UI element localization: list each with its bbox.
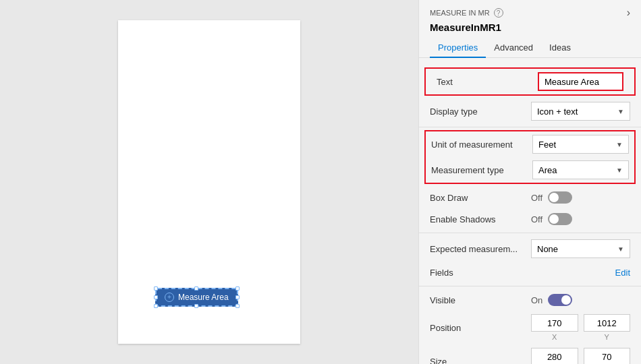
visible-value: On — [531, 294, 630, 306]
divider-3 — [419, 286, 641, 286]
handle-ml[interactable] — [154, 295, 158, 299]
box-draw-value: Off — [531, 191, 630, 204]
unit-row: Unit of measurement Feet ▼ — [426, 131, 634, 157]
visible-label: Visible — [430, 295, 531, 305]
toggle-knob-2 — [549, 214, 559, 224]
help-icon[interactable]: ? — [494, 8, 503, 18]
visible-toggle[interactable] — [548, 294, 572, 306]
size-values: Width Height — [531, 348, 630, 364]
enable-shadows-state: Off — [531, 214, 542, 224]
chevron-down-icon-unit: ▼ — [616, 141, 623, 148]
unit-text: Feet — [538, 140, 556, 150]
toggle-knob-3 — [561, 295, 571, 305]
handle-bm[interactable] — [194, 304, 198, 308]
panel-body: Text Measure Area Display type Icon + te… — [419, 58, 641, 364]
box-draw-toggle-container: Off — [531, 191, 572, 204]
unit-label: Unit of measurement — [431, 140, 532, 150]
fields-edit-link[interactable]: Edit — [615, 268, 630, 278]
position-label: Position — [430, 323, 531, 333]
measurement-type-dropdown[interactable]: Area ▼ — [532, 160, 629, 179]
size-row: Size Width Height — [419, 344, 641, 364]
text-field-highlighted: Text Measure Area — [424, 67, 636, 96]
display-type-value: Icon + text ▼ — [531, 102, 630, 121]
visible-row: Visible On — [419, 289, 641, 311]
visible-state: On — [531, 295, 542, 305]
position-y-field: Y — [584, 314, 631, 341]
expected-measurement-dropdown[interactable]: None ▼ — [531, 239, 630, 258]
box-draw-toggle[interactable] — [548, 191, 572, 204]
box-draw-state: Off — [531, 193, 542, 203]
text-label: Text — [437, 77, 538, 87]
measurement-type-label: Measurement type — [431, 165, 532, 175]
app-title-text: MEASURE IN MR — [430, 9, 490, 17]
panel-tabs: Properties Advanced Ideas — [430, 38, 630, 57]
handle-mr[interactable] — [235, 295, 240, 299]
display-type-row: Display type Icon + text ▼ — [419, 98, 641, 124]
chevron-down-icon: ▼ — [617, 108, 624, 115]
enable-shadows-row: Enable Shadows Off — [419, 208, 641, 230]
tab-properties[interactable]: Properties — [430, 38, 486, 58]
box-draw-row: Box Draw Off — [419, 187, 641, 208]
handle-tm[interactable] — [194, 286, 198, 291]
position-row: Position X Y — [419, 311, 641, 344]
display-type-label: Display type — [430, 107, 531, 117]
fields-label: Fields — [430, 268, 531, 278]
position-x-label: X — [531, 333, 578, 341]
position-x-field: X — [531, 314, 578, 341]
chevron-right-icon[interactable]: › — [627, 7, 630, 19]
divider-2 — [419, 233, 641, 233]
fields-row: Fields Edit — [419, 262, 641, 283]
handle-tl[interactable] — [154, 286, 158, 291]
measurement-type-value: Area ▼ — [532, 160, 629, 179]
expected-measurement-value: None ▼ — [531, 239, 630, 258]
divider-1 — [419, 127, 641, 127]
tab-advanced[interactable]: Advanced — [486, 38, 541, 58]
measure-area-button[interactable]: Measure Area — [155, 288, 238, 307]
text-value: Measure Area — [545, 77, 599, 87]
panel-header: MEASURE IN MR ? › MeasureInMR1 Propertie… — [419, 0, 641, 58]
position-x-input[interactable] — [531, 314, 578, 332]
position-y-label: Y — [584, 333, 631, 341]
expected-measurement-label: Expected measurem... — [430, 244, 531, 254]
position-values: X Y — [531, 314, 630, 341]
component-name: MeasureInMR1 — [430, 22, 630, 33]
panel-top-row: MEASURE IN MR ? › — [430, 7, 630, 19]
canvas-area: Measure Area — [0, 0, 418, 364]
display-type-text: Icon + text — [537, 107, 578, 117]
unit-value: Feet ▼ — [532, 135, 629, 154]
enable-shadows-toggle[interactable] — [548, 213, 572, 225]
position-y-input[interactable] — [584, 314, 631, 332]
measurement-type-text: Area — [538, 165, 557, 175]
measure-icon — [165, 293, 174, 302]
enable-shadows-label: Enable Shadows — [430, 214, 531, 224]
toggle-knob — [549, 193, 559, 202]
size-height-input[interactable] — [584, 348, 631, 364]
expected-measurement-row: Expected measurem... None ▼ — [419, 236, 641, 262]
display-type-dropdown[interactable]: Icon + text ▼ — [531, 102, 630, 121]
expected-measurement-text: None — [537, 244, 558, 254]
unit-measurement-highlighted: Unit of measurement Feet ▼ Measurement t… — [424, 130, 636, 184]
enable-shadows-value: Off — [531, 213, 630, 225]
text-input[interactable]: Measure Area — [538, 72, 623, 91]
measure-button-label: Measure Area — [178, 293, 229, 302]
chevron-down-icon-em: ▼ — [617, 245, 624, 253]
handle-br[interactable] — [235, 304, 240, 308]
text-value-container: Measure Area — [538, 72, 623, 91]
text-prop-row: Text Measure Area — [426, 69, 634, 94]
panel-app-title: MEASURE IN MR ? — [430, 8, 503, 18]
tab-ideas[interactable]: Ideas — [541, 38, 579, 58]
unit-dropdown[interactable]: Feet ▼ — [532, 135, 629, 154]
size-width-input[interactable] — [531, 348, 578, 364]
measurement-type-row: Measurement type Area ▼ — [426, 157, 634, 183]
fields-value: Edit — [531, 268, 630, 278]
visible-toggle-container: On — [531, 294, 572, 306]
box-draw-label: Box Draw — [430, 193, 531, 203]
chevron-down-icon-mtype: ▼ — [616, 166, 623, 174]
canvas-page: Measure Area — [118, 20, 300, 344]
size-width-field: Width — [531, 348, 578, 364]
enable-shadows-toggle-container: Off — [531, 213, 572, 225]
handle-tr[interactable] — [235, 286, 240, 291]
size-label: Size — [430, 357, 531, 365]
properties-panel: MEASURE IN MR ? › MeasureInMR1 Propertie… — [418, 0, 641, 364]
handle-bl[interactable] — [154, 304, 158, 308]
